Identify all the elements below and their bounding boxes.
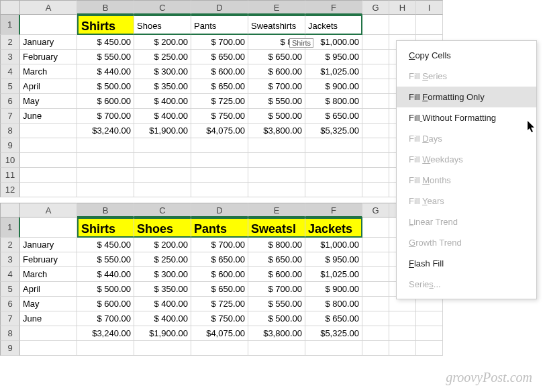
cell[interactable] xyxy=(389,15,416,35)
data-cell[interactable]: $ 700.00 xyxy=(248,79,305,94)
col-header-F[interactable]: F xyxy=(305,203,362,217)
header-cell[interactable]: Shoes xyxy=(134,15,191,35)
cell[interactable]: May xyxy=(20,297,77,311)
cell[interactable] xyxy=(362,297,389,311)
cell[interactable] xyxy=(20,124,77,138)
data-cell[interactable]: $3,800.00 xyxy=(248,124,305,138)
cell[interactable]: May xyxy=(20,94,77,109)
col-header-A[interactable]: A xyxy=(20,0,77,15)
cell[interactable] xyxy=(20,153,77,168)
data-cell[interactable]: $ 650.00 xyxy=(305,109,362,124)
cell[interactable]: January xyxy=(20,35,77,50)
select-all-corner[interactable] xyxy=(0,0,20,15)
cell[interactable]: February xyxy=(20,252,77,267)
cell[interactable] xyxy=(362,341,389,356)
data-cell[interactable]: $ 700.00 xyxy=(77,109,134,124)
cell[interactable] xyxy=(362,311,389,326)
data-cell[interactable]: $4,075.00 xyxy=(191,124,248,138)
menu-item-fill-formatting-only[interactable]: Fill Formatting Only xyxy=(397,87,536,107)
cell[interactable]: April xyxy=(20,79,77,94)
row-header-3[interactable]: 3 xyxy=(0,252,20,267)
data-cell[interactable]: $ 800.00 xyxy=(305,297,362,311)
cell[interactable] xyxy=(20,168,77,183)
data-cell[interactable]: $ 650.00 xyxy=(191,282,248,297)
header-cell[interactable]: Jackets xyxy=(305,217,362,238)
cell[interactable] xyxy=(362,153,389,168)
cell[interactable] xyxy=(362,64,389,79)
data-cell[interactable]: $ 600.00 xyxy=(191,267,248,282)
row-header-2[interactable]: 2 xyxy=(0,35,20,50)
cell[interactable] xyxy=(362,326,389,341)
row-header-9[interactable]: 9 xyxy=(0,138,20,153)
row-header-2[interactable]: 2 xyxy=(0,238,20,252)
data-cell[interactable]: $ 550.00 xyxy=(77,50,134,64)
data-cell[interactable]: $5,325.00 xyxy=(305,326,362,341)
cell[interactable] xyxy=(389,311,416,326)
cell[interactable] xyxy=(20,217,77,238)
row-header-11[interactable]: 11 xyxy=(0,168,20,183)
data-cell[interactable]: $3,240.00 xyxy=(77,124,134,138)
data-cell[interactable]: $ 650.00 xyxy=(305,311,362,326)
header-cell[interactable]: Sweatsl xyxy=(248,217,305,238)
cell[interactable]: June xyxy=(20,311,77,326)
select-all-corner[interactable] xyxy=(0,203,20,217)
cell[interactable] xyxy=(416,311,443,326)
cell[interactable] xyxy=(248,168,305,183)
data-cell[interactable]: $5,325.00 xyxy=(305,124,362,138)
cell[interactable] xyxy=(305,138,362,153)
cell[interactable] xyxy=(248,341,305,356)
data-cell[interactable]: $ 800.00 xyxy=(305,94,362,109)
row-header-8[interactable]: 8 xyxy=(0,124,20,138)
data-cell[interactable]: $ 500.00 xyxy=(77,79,134,94)
cell[interactable] xyxy=(134,183,191,197)
data-cell[interactable]: $ 600.00 xyxy=(191,64,248,79)
data-cell[interactable]: $ 800.00 xyxy=(248,238,305,252)
col-header-B[interactable]: B xyxy=(77,203,134,217)
data-cell[interactable]: $1,025.00 xyxy=(305,64,362,79)
cell[interactable] xyxy=(20,138,77,153)
cell[interactable] xyxy=(305,153,362,168)
data-cell[interactable]: $ 550.00 xyxy=(77,252,134,267)
data-cell[interactable]: $ 650.00 xyxy=(191,252,248,267)
data-cell[interactable]: $ 500.00 xyxy=(248,109,305,124)
col-header-G[interactable]: G xyxy=(362,0,389,15)
data-cell[interactable]: $ 900.00 xyxy=(305,282,362,297)
cell[interactable] xyxy=(248,138,305,153)
col-header-D[interactable]: D xyxy=(191,203,248,217)
cell[interactable] xyxy=(191,138,248,153)
data-cell[interactable]: $ 550.00 xyxy=(248,94,305,109)
data-cell[interactable]: $ 650.00 xyxy=(248,50,305,64)
cell[interactable] xyxy=(389,326,416,341)
col-header-E[interactable]: E xyxy=(248,203,305,217)
row-header-7[interactable]: 7 xyxy=(0,109,20,124)
col-header-F[interactable]: F xyxy=(305,0,362,15)
cell[interactable] xyxy=(362,217,389,238)
cell[interactable] xyxy=(77,183,134,197)
header-cell[interactable]: Shirts xyxy=(77,217,134,238)
cell[interactable] xyxy=(362,267,389,282)
data-cell[interactable]: $ 200.00 xyxy=(134,35,191,50)
col-header-D[interactable]: D xyxy=(191,0,248,15)
data-cell[interactable]: $ 725.00 xyxy=(191,94,248,109)
cell[interactable] xyxy=(362,50,389,64)
cell[interactable] xyxy=(362,282,389,297)
row-header-6[interactable]: 6 xyxy=(0,94,20,109)
data-cell[interactable]: $ 400.00 xyxy=(134,297,191,311)
header-cell[interactable]: Shirts xyxy=(77,15,134,35)
data-cell[interactable]: $ 600.00 xyxy=(248,267,305,282)
cell[interactable] xyxy=(20,341,77,356)
data-cell[interactable]: $ 450.00 xyxy=(77,238,134,252)
cell[interactable] xyxy=(416,341,443,356)
data-cell[interactable]: $ 250.00 xyxy=(134,252,191,267)
data-cell[interactable]: $ 600.00 xyxy=(77,297,134,311)
data-cell[interactable]: $3,800.00 xyxy=(248,326,305,341)
data-cell[interactable]: $ 700.00 xyxy=(191,35,248,50)
cell[interactable] xyxy=(389,341,416,356)
row-header-8[interactable]: 8 xyxy=(0,326,20,341)
menu-item-flash-fill[interactable]: Flash Fill xyxy=(397,253,536,274)
col-header-H[interactable]: H xyxy=(389,0,416,15)
cell[interactable] xyxy=(362,124,389,138)
cell[interactable]: March xyxy=(20,267,77,282)
data-cell[interactable]: $ 440.00 xyxy=(77,64,134,79)
data-cell[interactable]: $1,000.00 xyxy=(305,35,362,50)
